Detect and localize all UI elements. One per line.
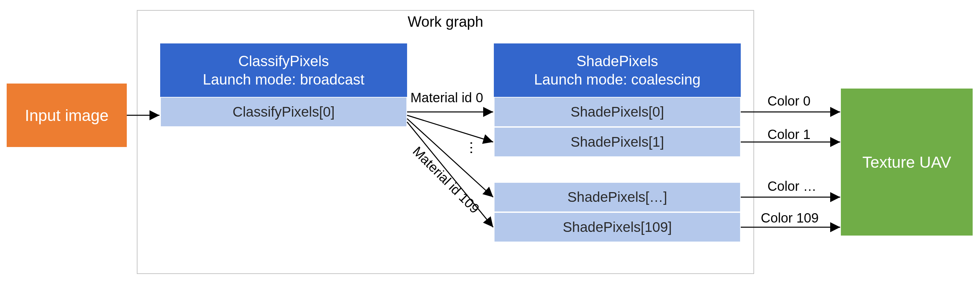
edge-label-color-0: Color 0	[767, 93, 810, 109]
shade-mode: Launch mode: coalescing	[534, 70, 701, 88]
edge-label-color-2: Color …	[767, 179, 816, 194]
edge-label-color-1: Color 1	[767, 127, 810, 142]
classify-header: ClassifyPixels Launch mode: broadcast	[160, 43, 407, 97]
shade-row-1: ShadePixels[1]	[494, 127, 741, 157]
edge-label-material-0: Material id 0	[410, 90, 483, 105]
classify-mode: Launch mode: broadcast	[203, 70, 364, 88]
classify-row-0-label: ClassifyPixels[0]	[232, 104, 335, 120]
diagram-canvas: Input image Work graph ClassifyPixels La…	[0, 0, 980, 282]
shade-row-3-label: ShadePixels[109]	[563, 219, 672, 235]
input-image-box: Input image	[7, 83, 127, 147]
shade-row-0-label: ShadePixels[0]	[571, 104, 664, 120]
texture-uav-box: Texture UAV	[841, 88, 973, 236]
shade-row-1-label: ShadePixels[1]	[571, 134, 664, 150]
classify-row-0: ClassifyPixels[0]	[160, 97, 407, 127]
shade-row-2-label: ShadePixels[…]	[568, 189, 667, 205]
edge-label-color-3: Color 109	[761, 210, 818, 226]
shade-header: ShadePixels Launch mode: coalescing	[494, 43, 741, 97]
ellipsis-between-shade-rows: …	[467, 140, 484, 157]
shade-row-3: ShadePixels[109]	[494, 212, 741, 242]
shade-row-0: ShadePixels[0]	[494, 97, 741, 127]
shade-row-2: ShadePixels[…]	[494, 182, 741, 212]
shade-title: ShadePixels	[577, 52, 658, 70]
texture-uav-label: Texture UAV	[862, 153, 951, 171]
workgraph-title: Work graph	[137, 13, 754, 30]
input-image-label: Input image	[25, 106, 109, 125]
classify-title: ClassifyPixels	[238, 52, 329, 70]
